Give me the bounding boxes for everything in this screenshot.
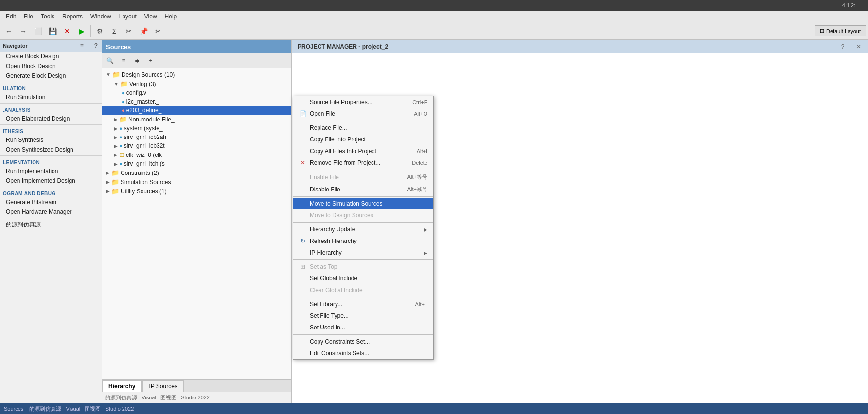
tree-sirv-icb2ah[interactable]: ▶ ● sirv_gnrl_icb2ah_	[102, 133, 291, 141]
menu-window[interactable]: Window	[87, 12, 115, 21]
ctx-edit-constraints-sets[interactable]: Edit Constraints Sets...	[293, 347, 433, 359]
nav-sim-source[interactable]: 的源到仿真源	[0, 219, 102, 230]
sources-toolbar: 🔍 ≡ ≑ +	[102, 53, 291, 68]
ctx-replace-file[interactable]: Replace File...	[293, 122, 433, 134]
chevron-sirv-icb32t: ▶	[114, 143, 118, 149]
tree-non-module[interactable]: ▶ 📁 Non-module File_	[102, 115, 291, 124]
ctx-copy-file[interactable]: Copy File Into Project	[293, 134, 433, 145]
ctx-open-file[interactable]: 📄 Open File Alt+O	[293, 108, 433, 120]
save-button[interactable]: 💾	[46, 24, 59, 38]
tree-clk-wiz[interactable]: ▶ ⊞ clk_wiz_0 (clk_	[102, 150, 291, 159]
close-button[interactable]: ✕	[60, 24, 74, 38]
back-button[interactable]: ←	[2, 24, 16, 38]
collapse-button[interactable]: ≡	[118, 55, 129, 66]
tab-ip-sources[interactable]: IP Sources	[142, 380, 183, 392]
ctx-set-global-include[interactable]: Set Global Include	[293, 273, 433, 284]
status-sources[interactable]: Sources	[4, 406, 23, 412]
nav-open-hardware[interactable]: Open Hardware Manager	[0, 207, 102, 217]
nav-open-synthesized[interactable]: Open Synthesized Design	[0, 145, 102, 155]
tree-verilog[interactable]: ▼ 📁 Verilog (3)	[102, 79, 291, 88]
dot-config-v-icon: ●	[122, 90, 125, 96]
ctx-set-global-include-left: Set Global Include	[299, 275, 357, 282]
nav-generate-bitstream[interactable]: Generate Bitstream	[0, 197, 102, 207]
nav-open-implemented[interactable]: Open Implemented Design	[0, 176, 102, 186]
menu-reports[interactable]: Reports	[58, 12, 87, 21]
default-layout-button[interactable]: ⊞ Default Layout	[815, 25, 866, 36]
tree-config-v[interactable]: ● config.v	[102, 88, 291, 97]
nav-create-block-design[interactable]: Create Block Design	[0, 52, 102, 61]
ctx-edit-constraints-sets-label: Edit Constraints Sets...	[310, 350, 369, 357]
tree-i2c-master[interactable]: ● i2c_master._	[102, 97, 291, 106]
menu-layout[interactable]: Layout	[115, 12, 141, 21]
ctx-set-library[interactable]: Set Library... Alt+L	[293, 298, 433, 310]
nav-open-elaborated[interactable]: Open Elaborated Design	[0, 114, 102, 123]
ctx-sep-5	[293, 259, 433, 260]
sigma-button[interactable]: Σ	[107, 24, 121, 38]
tree-sirv-ltch[interactable]: ▶ ● sirv_gnrl_ltch (s_	[102, 159, 291, 168]
pm-close-button[interactable]: ✕	[855, 43, 862, 50]
new-button[interactable]: ⬜	[31, 24, 45, 38]
content-body	[292, 53, 868, 61]
ctx-set-as-top-left: ⊞ Set as Top	[299, 263, 337, 270]
ctx-refresh-hierarchy[interactable]: ↻ Refresh Hierarchy	[293, 235, 433, 247]
tree-constraints[interactable]: ▶ 📁 Constraints (2)	[102, 168, 291, 177]
ctx-copy-constraints-set[interactable]: Copy Constraints Set...	[293, 336, 433, 347]
ctx-open-file-label: Open File	[310, 110, 335, 117]
ctx-set-used-in[interactable]: Set Used In...	[293, 322, 433, 333]
pm-minimize-button[interactable]: ─	[847, 43, 853, 50]
forward-button[interactable]: →	[17, 24, 30, 38]
menu-file[interactable]: File	[20, 12, 37, 21]
tree-simulation-sources[interactable]: ▶ 📁 Simulation Sources	[102, 177, 291, 187]
run-button[interactable]: ▶	[75, 24, 89, 38]
ctx-set-as-top: ⊞ Set as Top	[293, 261, 433, 273]
pin-button[interactable]: 📌	[137, 24, 150, 38]
tree-system[interactable]: ▶ ● system (syste_	[102, 124, 291, 133]
nav-generate-block-design[interactable]: Generate Block Design	[0, 71, 102, 81]
ctx-ip-hierarchy-left: IP Hierarchy	[299, 249, 342, 256]
menu-edit[interactable]: Edit	[2, 12, 20, 21]
menu-help[interactable]: Help	[161, 12, 181, 21]
constraints-label: Constraints (2)	[121, 170, 159, 176]
ctx-remove-file[interactable]: ✕ Remove File from Project... Delete	[293, 157, 433, 169]
ctx-move-to-sim[interactable]: Move to Simulation Sources	[293, 198, 433, 209]
nav-open-block-design[interactable]: Open Block Design	[0, 61, 102, 71]
nav-sep-4	[0, 155, 102, 156]
nav-ctrl-up[interactable]: ↑	[87, 42, 91, 49]
search-button[interactable]: 🔍	[104, 55, 116, 66]
status-other-label: 的源到仿真源 Visual 图视图 Studio 2022	[29, 405, 134, 413]
tree-sirv-icb32t[interactable]: ▶ ● sirv_gnrl_icb32t_	[102, 141, 291, 150]
nav-run-simulation[interactable]: Run Simulation	[0, 92, 102, 102]
ctx-hierarchy-update[interactable]: Hierarchy Update ▶	[293, 224, 433, 235]
menu-tools[interactable]: Tools	[37, 12, 58, 21]
nav-ctrl-menu[interactable]: ≡	[79, 42, 85, 49]
nav-run-synthesis[interactable]: Run Synthesis	[0, 135, 102, 145]
ctx-edit-constraints-sets-left: Edit Constraints Sets...	[299, 350, 369, 357]
menu-view[interactable]: View	[141, 12, 161, 21]
ctx-set-file-type[interactable]: Set File Type...	[293, 310, 433, 322]
tree-design-sources[interactable]: ▼ 📁 Design Sources (10)	[102, 70, 291, 79]
tree-e203-define[interactable]: ● e203_define_	[102, 106, 291, 115]
ctx-sep-2	[293, 170, 433, 170]
ctx-ip-hierarchy-label: IP Hierarchy	[310, 249, 342, 256]
ctx-hierarchy-update-left: Hierarchy Update	[299, 226, 355, 233]
ctx-ip-hierarchy[interactable]: IP Hierarchy ▶	[293, 247, 433, 259]
ctx-disable-file[interactable]: Disable File Alt+减号	[293, 183, 433, 195]
nav-sep-3	[0, 124, 102, 125]
sort-button[interactable]: ≑	[131, 55, 143, 66]
pm-help-button[interactable]: ?	[840, 43, 846, 50]
tree-utility-sources[interactable]: ▶ 📁 Utility Sources (1)	[102, 187, 291, 196]
nav-run-implementation[interactable]: Run Implementation	[0, 166, 102, 176]
nav-section-ithesis: ITHESIS	[0, 126, 102, 135]
ctx-set-used-in-left: Set Used In...	[299, 324, 345, 331]
add-button[interactable]: +	[145, 55, 157, 66]
tab-hierarchy[interactable]: Hierarchy	[102, 380, 142, 392]
cut-button[interactable]: ✂	[122, 24, 136, 38]
settings-button[interactable]: ⚙	[93, 24, 106, 38]
ctx-open-file-left: 📄 Open File	[299, 110, 335, 117]
ctx-source-file-properties[interactable]: Source File Properties... Ctrl+E	[293, 96, 433, 108]
nav-ctrl-help[interactable]: ?	[93, 42, 99, 49]
ctx-copy-all-files[interactable]: Copy All Files Into Project Alt+I	[293, 145, 433, 157]
scissors-button[interactable]: ✂	[151, 24, 165, 38]
ctx-enable-file-shortcut: Alt+等号	[407, 173, 427, 181]
titlebar: 4:1 2:-- --	[0, 0, 868, 11]
